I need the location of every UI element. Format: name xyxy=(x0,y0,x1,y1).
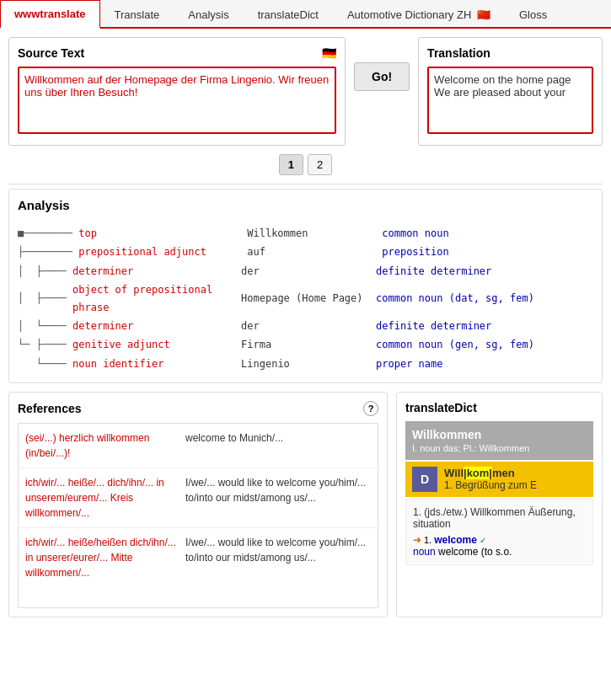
analysis-section: Analysis ■──────── top Willkommen common… xyxy=(8,189,603,383)
references-header: References ? xyxy=(18,401,378,416)
tree-type: proper name xyxy=(376,355,593,372)
go-button[interactable]: Go! xyxy=(354,62,410,91)
tree-type: common noun xyxy=(382,225,593,242)
tab-analysis[interactable]: Analysis xyxy=(174,1,243,28)
bottom-section: References ? (sei/...) herzlich willkomm… xyxy=(8,392,603,617)
dict-header: Willkommen I. noun das; Pl.: Willkommen xyxy=(405,421,593,460)
tab-translate[interactable]: Translate xyxy=(100,1,174,28)
tree-indent: │ ├──── xyxy=(18,290,72,307)
tree-label: noun identifier xyxy=(72,355,241,372)
source-text-input[interactable]: Willkommen auf der Homepage der Firma Li… xyxy=(18,67,336,134)
translate-dict-panel: translateDict Willkommen I. noun das; Pl… xyxy=(396,392,603,617)
tab-bar: wwwtranslate Translate Analysis translat… xyxy=(0,0,611,29)
tab-automotive-dict-zh[interactable]: Automotive Dictionary ZH 🇨🇳 xyxy=(333,1,505,28)
tree-label: top xyxy=(78,225,247,242)
references-scroll[interactable]: (sei/...) herzlich willkommen (in/bei/..… xyxy=(18,423,378,608)
ref-source: ich/wir/... heiße/heißen dich/ihn/... in… xyxy=(25,535,177,580)
references-help-icon[interactable]: ? xyxy=(363,401,378,416)
tree-row: └──── noun identifier Lingenio proper na… xyxy=(18,355,593,372)
tree-row: ├──────── prepositional adjunct auf prep… xyxy=(18,243,593,260)
dict-translation-def-text: welcome (to s.o. xyxy=(438,546,512,558)
tree-indent: ■──────── xyxy=(18,225,78,242)
section-divider xyxy=(8,184,603,184)
dict-translation-ref: ➜ 1. welcome ✓ xyxy=(413,534,586,546)
analysis-tree: ■──────── top Willkommen common noun ├──… xyxy=(18,225,593,372)
tree-row: │ └──── determiner der definite determin… xyxy=(18,318,593,334)
translation-panel: Translation Welcome on the home page We … xyxy=(418,37,603,146)
page-number-label: 1. xyxy=(424,535,431,545)
page-2-button[interactable]: 2 xyxy=(308,154,332,175)
dict-definition: 1. (jds./etw.) Willkommen Äußerung, situ… xyxy=(405,499,593,565)
translate-dict-title: translateDict xyxy=(405,401,593,414)
ref-target: I/we/... would like to welcome you/him/.… xyxy=(185,475,371,505)
word-part-1: Will xyxy=(444,467,464,479)
tree-indent: │ ├──── xyxy=(18,263,72,280)
tree-label: prepositional adjunct xyxy=(78,243,247,260)
reference-item: (sei/...) herzlich willkommen (in/bei/..… xyxy=(19,424,378,468)
reference-item: ich/wir/... heiße/... dich/ihn/... in un… xyxy=(19,468,378,528)
source-panel: Source Text 🇩🇪 Willkommen auf der Homepa… xyxy=(8,37,346,146)
tree-type: common noun (gen, sg, fem) xyxy=(376,336,593,353)
ref-source: (sei/...) herzlich willkommen (in/bei/..… xyxy=(25,430,177,461)
china-flag-icon: 🇨🇳 xyxy=(477,8,490,21)
tree-type: common noun (dat, sg, fem) xyxy=(376,290,593,307)
tree-type: definite determiner xyxy=(376,263,593,280)
tree-word: der xyxy=(241,263,376,280)
tree-row: ■──────── top Willkommen common noun xyxy=(18,225,593,242)
dict-entry: D Will|kom|men 1. Begrüßung zum E xyxy=(405,462,593,497)
tree-label: determiner xyxy=(72,318,241,334)
tree-type: preposition xyxy=(382,243,593,260)
analysis-title: Analysis xyxy=(18,198,593,212)
tree-word: der xyxy=(241,318,376,334)
reference-item: ich/wir/... heiße/heißen dich/ihn/... in… xyxy=(19,528,378,587)
tree-word: Willkommen xyxy=(247,225,382,242)
tab-wwwtranslate[interactable]: wwwtranslate xyxy=(0,0,100,29)
dict-entry-text: Will|kom|men 1. Begrüßung zum E xyxy=(444,467,537,491)
checkmark-icon: ✓ xyxy=(480,536,486,545)
top-section: Source Text 🇩🇪 Willkommen auf der Homepa… xyxy=(8,37,603,146)
page-1-button[interactable]: 1 xyxy=(279,154,303,175)
tree-row: │ ├──── determiner der definite determin… xyxy=(18,263,593,280)
ref-source: ich/wir/... heiße/... dich/ihn/... in un… xyxy=(25,475,177,521)
go-section: Go! xyxy=(354,37,410,91)
pos-label: noun xyxy=(413,546,436,558)
ref-target: welcome to Munich/... xyxy=(185,430,371,446)
tree-row: └─ ├──── genitive adjunct Firma common n… xyxy=(18,336,593,353)
tree-word: Firma xyxy=(241,336,376,353)
dict-pos-line: noun welcome (to s.o. xyxy=(413,546,586,558)
tree-word: Lingenio xyxy=(241,355,376,372)
tree-indent: │ └──── xyxy=(18,318,72,334)
dict-word-title: Willkommen xyxy=(412,428,587,441)
dict-word-meta: I. noun das; Pl.: Willkommen xyxy=(412,443,587,453)
dict-entry-highlight: |kom| xyxy=(464,467,492,479)
tree-label: determiner xyxy=(72,263,241,280)
references-title: References xyxy=(18,402,82,415)
german-flag-icon: 🇩🇪 xyxy=(322,46,336,60)
tab-translatedict[interactable]: translateDict xyxy=(244,1,333,28)
pagination: 1 2 xyxy=(8,154,603,175)
references-panel: References ? (sei/...) herzlich willkomm… xyxy=(8,392,388,617)
translation-output[interactable]: Welcome on the home page We are pleased … xyxy=(427,67,593,134)
source-panel-header: Source Text 🇩🇪 xyxy=(18,46,336,60)
dict-translation-word[interactable]: welcome xyxy=(434,534,477,546)
word-part-3: men xyxy=(492,467,515,479)
tree-type: definite determiner xyxy=(376,318,593,334)
tree-indent: ├──────── xyxy=(18,243,78,260)
arrow-icon: ➜ xyxy=(413,534,421,546)
tree-word: auf xyxy=(247,243,382,260)
tree-indent: └──── xyxy=(18,355,72,372)
dict-entry-sub: 1. Begrüßung zum E xyxy=(444,479,537,491)
tree-word: Homepage (Home Page) xyxy=(241,290,376,307)
tab-gloss[interactable]: Gloss xyxy=(505,1,561,28)
tree-indent: └─ ├──── xyxy=(18,336,72,353)
tree-label: genitive adjunct xyxy=(72,336,241,353)
tree-row: │ ├──── object of prepositional phrase H… xyxy=(18,281,593,316)
main-content: Source Text 🇩🇪 Willkommen auf der Homepa… xyxy=(0,29,611,626)
dict-meaning: 1. (jds./etw.) Willkommen Äußerung, situ… xyxy=(413,506,586,530)
dict-entry-word: Will|kom|men xyxy=(444,467,537,479)
tree-label: object of prepositional phrase xyxy=(72,281,241,316)
source-title: Source Text xyxy=(18,46,84,60)
ref-target: I/we/... would like to welcome you/him/.… xyxy=(185,535,371,565)
translation-title: Translation xyxy=(427,46,593,60)
dict-source-icon: D xyxy=(412,467,437,492)
